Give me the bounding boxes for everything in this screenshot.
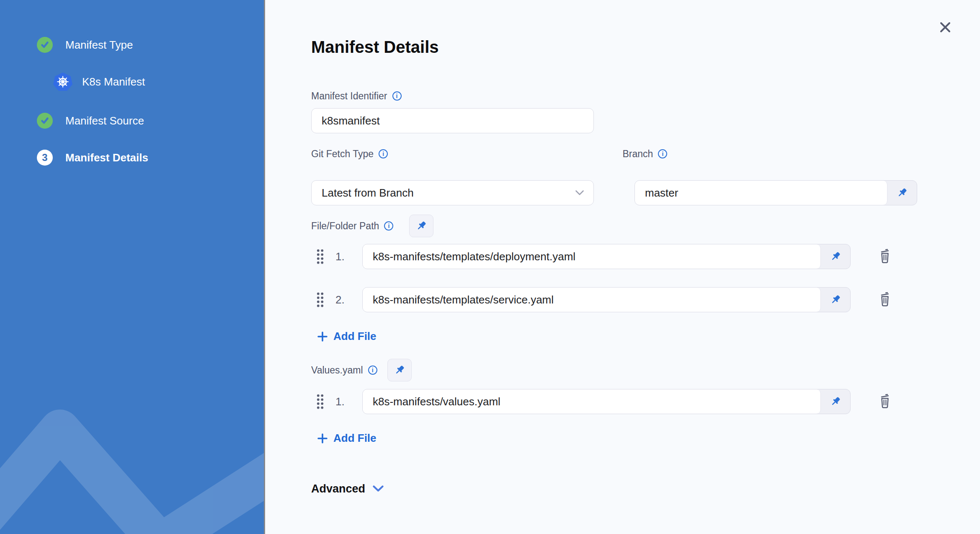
sidebar-step-manifest-source[interactable]: Manifest Source	[37, 113, 144, 129]
add-file-button[interactable]: Add File	[317, 330, 377, 343]
file-path-input-1[interactable]	[363, 244, 821, 269]
sidebar-step-k8s-manifest[interactable]: K8s Manifest	[53, 72, 145, 91]
label-text: Branch	[623, 148, 653, 160]
branch-input-group	[634, 180, 917, 205]
info-icon[interactable]: i	[384, 221, 393, 231]
label-text: File/Folder Path	[311, 220, 379, 232]
branch-input[interactable]	[635, 181, 887, 205]
chevron-down-icon	[575, 190, 584, 196]
info-icon[interactable]: i	[368, 366, 377, 375]
info-icon[interactable]: i	[392, 91, 402, 101]
drag-handle-icon[interactable]	[316, 292, 324, 308]
trash-icon[interactable]	[877, 290, 893, 309]
manifest-details-panel: Manifest Details Manifest Identifier i G…	[264, 0, 980, 534]
step-number-badge: 3	[37, 150, 53, 166]
row-index: 2.	[335, 293, 351, 306]
file-path-row: 2.	[316, 287, 893, 312]
close-icon[interactable]	[937, 19, 953, 35]
file-path-input-2[interactable]	[363, 288, 821, 312]
label-text: Manifest Identifier	[311, 90, 387, 102]
pin-all-button[interactable]	[387, 359, 412, 381]
values-file-row: 1.	[316, 389, 893, 414]
step-label: Manifest Source	[65, 114, 144, 127]
row-index: 1.	[335, 250, 351, 263]
pin-all-button[interactable]	[409, 215, 433, 237]
advanced-toggle[interactable]: Advanced	[311, 482, 384, 496]
check-circle-icon	[37, 37, 53, 53]
drag-handle-icon[interactable]	[316, 249, 324, 264]
git-fetch-type-label: Git Fetch Type i	[311, 148, 388, 160]
add-file-label: Add File	[333, 330, 377, 343]
add-file-button[interactable]: Add File	[317, 432, 377, 445]
label-text: Git Fetch Type	[311, 148, 374, 160]
pin-icon[interactable]	[821, 244, 850, 269]
pin-icon[interactable]	[887, 181, 917, 205]
add-file-label: Add File	[333, 432, 377, 445]
manifest-identifier-input[interactable]	[311, 108, 594, 133]
info-icon[interactable]: i	[379, 149, 388, 158]
file-folder-path-label: File/Folder Path i	[311, 220, 393, 232]
sidebar-step-manifest-details[interactable]: 3 Manifest Details	[37, 150, 148, 166]
kubernetes-icon	[53, 72, 72, 91]
branch-label: Branch i	[623, 148, 668, 160]
step-label: Manifest Details	[65, 151, 148, 164]
label-text: Values.yaml	[311, 364, 363, 376]
row-index: 1.	[335, 395, 351, 408]
manifest-identifier-label: Manifest Identifier i	[311, 90, 402, 102]
git-fetch-type-select[interactable]: Latest from Branch	[311, 180, 594, 205]
pin-icon[interactable]	[821, 389, 850, 414]
wizard-sidebar: Manifest Type K8s Manifest Manifest Sour…	[0, 0, 264, 534]
sidebar-step-manifest-type[interactable]: Manifest Type	[37, 37, 133, 53]
advanced-label: Advanced	[311, 482, 365, 496]
file-path-input-group	[362, 287, 851, 312]
page-title: Manifest Details	[311, 37, 893, 57]
plus-icon	[317, 433, 328, 444]
file-path-input-group	[362, 244, 851, 269]
harness-logo-watermark	[0, 358, 264, 534]
values-yaml-label: Values.yaml i	[311, 364, 377, 376]
step-label: Manifest Type	[65, 39, 133, 52]
info-icon[interactable]: i	[658, 149, 667, 158]
step-label: K8s Manifest	[82, 75, 145, 88]
check-circle-icon	[37, 113, 53, 129]
file-path-row: 1.	[316, 244, 893, 269]
plus-icon	[317, 331, 328, 342]
selected-option: Latest from Branch	[322, 187, 414, 200]
values-path-input-1[interactable]	[363, 389, 821, 414]
trash-icon[interactable]	[877, 392, 893, 411]
values-path-input-group	[362, 389, 851, 414]
pin-icon[interactable]	[821, 288, 850, 312]
chevron-down-icon	[372, 485, 384, 493]
trash-icon[interactable]	[877, 247, 893, 266]
drag-handle-icon[interactable]	[316, 394, 324, 410]
